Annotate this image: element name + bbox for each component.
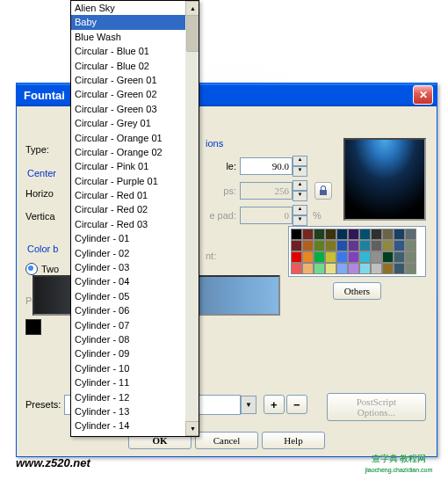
palette-swatch[interactable] <box>371 229 382 240</box>
palette-swatch[interactable] <box>382 251 394 263</box>
palette-swatch[interactable] <box>291 263 302 274</box>
dropdown-item[interactable]: Alien Sky <box>71 1 185 15</box>
dropdown-item[interactable]: Cylinder - 11 <box>71 375 185 389</box>
dropdown-item[interactable]: Cylinder - 13 <box>71 404 185 418</box>
palette-swatch[interactable] <box>371 263 382 274</box>
edgepad-spin-down[interactable]: ▼ <box>293 215 307 226</box>
scroll-up-button[interactable]: ▲ <box>185 1 199 16</box>
dropdown-item[interactable]: Circular - Green 02 <box>71 87 185 101</box>
palette-swatch[interactable] <box>405 251 416 263</box>
watermark-right-bottom: jiaocheng.chazidian.com <box>360 464 437 476</box>
dropdown-item[interactable]: Circular - Red 02 <box>71 202 185 216</box>
palette-swatch[interactable] <box>394 251 405 263</box>
steps-spin-up[interactable]: ▲ <box>293 180 307 191</box>
palette-swatch[interactable] <box>325 240 336 251</box>
palette-swatch[interactable] <box>325 263 336 274</box>
scroll-down-button[interactable]: ▼ <box>185 421 199 436</box>
palette-swatch[interactable] <box>336 229 348 240</box>
palette-swatch[interactable] <box>382 263 394 274</box>
dropdown-item[interactable]: Cylinder - 06 <box>71 303 185 317</box>
dropdown-item[interactable]: Cylinder - 05 <box>71 289 185 303</box>
palette-swatch[interactable] <box>359 251 371 263</box>
dropdown-item[interactable]: Cylinder - 08 <box>71 332 185 346</box>
dropdown-item[interactable]: Circular - Orange 01 <box>71 131 185 145</box>
palette-swatch[interactable] <box>394 229 405 240</box>
angle-input[interactable] <box>240 157 293 175</box>
scroll-thumb[interactable] <box>186 15 199 52</box>
dropdown-item[interactable]: Cylinder - 01 <box>71 231 185 245</box>
palette-swatch[interactable] <box>359 263 371 274</box>
preset-remove-button[interactable]: − <box>286 395 307 414</box>
palette-swatch[interactable] <box>336 251 348 263</box>
dropdown-item[interactable]: Circular - Purple 01 <box>71 174 185 188</box>
edgepad-spin-up[interactable]: ▲ <box>293 205 307 215</box>
palette-swatch[interactable] <box>291 251 302 263</box>
palette-swatch[interactable] <box>314 240 325 251</box>
current-color-swatch[interactable] <box>25 319 41 335</box>
dropdown-item[interactable]: Blue Wash <box>71 30 185 44</box>
palette-swatch[interactable] <box>348 229 359 240</box>
palette-swatch[interactable] <box>348 263 359 274</box>
palette-swatch[interactable] <box>302 251 314 263</box>
dropdown-item[interactable]: Cylinder - 12 <box>71 390 185 404</box>
palette-swatch[interactable] <box>314 229 325 240</box>
steps-label: ps: <box>206 185 236 196</box>
palette-swatch[interactable] <box>314 251 325 263</box>
watermark-left: www.z520.net <box>16 456 90 469</box>
dropdown-item[interactable]: Cylinder - 14 <box>71 418 185 433</box>
palette-swatch[interactable] <box>394 240 405 251</box>
cancel-button[interactable]: Cancel <box>195 432 258 449</box>
palette-swatch[interactable] <box>302 240 314 251</box>
preset-add-button[interactable]: + <box>264 395 285 414</box>
dropdown-item[interactable]: Circular - Green 03 <box>71 102 185 116</box>
dropdown-item[interactable]: Circular - Red 03 <box>71 217 185 231</box>
steps-spin-down[interactable]: ▼ <box>293 191 307 201</box>
close-button[interactable]: ✕ <box>413 85 433 105</box>
dropdown-item[interactable]: Baby <box>71 15 185 29</box>
palette-swatch[interactable] <box>302 229 314 240</box>
presets-dropdown-button[interactable]: ▼ <box>241 396 256 414</box>
dropdown-item[interactable]: Circular - Blue 02 <box>71 59 185 73</box>
dropdown-item[interactable]: Cylinder - 03 <box>71 260 185 274</box>
palette-swatch[interactable] <box>382 229 394 240</box>
palette-swatch[interactable] <box>371 251 382 263</box>
palette-swatch[interactable] <box>348 251 359 263</box>
palette-swatch[interactable] <box>371 240 382 251</box>
palette-swatch[interactable] <box>405 263 416 274</box>
dropdown-item[interactable]: Circular - Red 01 <box>71 188 185 202</box>
angle-spin-up[interactable]: ▲ <box>293 156 307 166</box>
help-button[interactable]: Help <box>262 432 325 449</box>
dropdown-item[interactable]: Circular - Orange 02 <box>71 145 185 159</box>
palette-swatch[interactable] <box>325 251 336 263</box>
dropdown-item[interactable]: Circular - Blue 01 <box>71 44 185 58</box>
palette-swatch[interactable] <box>336 240 348 251</box>
dropdown-item[interactable]: Cylinder - 09 <box>71 346 185 360</box>
dropdown-item[interactable]: Circular - Pink 01 <box>71 159 185 173</box>
others-button[interactable]: Others <box>333 282 381 300</box>
steps-lock-button[interactable] <box>314 182 332 200</box>
palette-swatch[interactable] <box>302 263 314 274</box>
dropdown-item[interactable]: Cylinder - 02 <box>71 246 185 260</box>
dropdown-item[interactable]: Cylinder - 07 <box>71 318 185 332</box>
palette-swatch[interactable] <box>359 240 371 251</box>
palette-swatch[interactable] <box>291 229 302 240</box>
palette-swatch[interactable] <box>359 229 371 240</box>
palette-swatch[interactable] <box>405 229 416 240</box>
palette-swatch[interactable] <box>325 229 336 240</box>
dropdown-item[interactable]: Circular - Green 01 <box>71 73 185 87</box>
options-section-label: ions <box>206 138 337 149</box>
angle-spin-down[interactable]: ▼ <box>293 166 307 177</box>
dropdown-item[interactable]: Cylinder - 04 <box>71 274 185 288</box>
palette-swatch[interactable] <box>348 240 359 251</box>
dropdown-item[interactable]: Circular - Grey 01 <box>71 116 185 130</box>
palette-swatch[interactable] <box>394 263 405 274</box>
palette-swatch[interactable] <box>382 240 394 251</box>
color-palette-panel: Others <box>288 226 426 300</box>
watermark-right: 查字典 教程网 jiaocheng.chazidian.com <box>360 453 437 476</box>
palette-swatch[interactable] <box>314 263 325 274</box>
dropdown-item[interactable]: Cylinder - 10 <box>71 361 185 375</box>
palette-swatch[interactable] <box>336 263 348 274</box>
two-color-radio[interactable] <box>25 263 38 275</box>
palette-swatch[interactable] <box>405 240 416 251</box>
palette-swatch[interactable] <box>291 240 302 251</box>
